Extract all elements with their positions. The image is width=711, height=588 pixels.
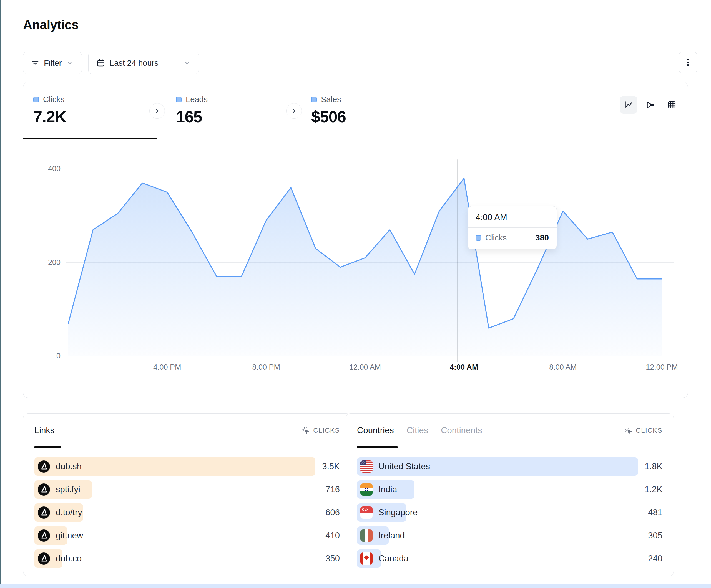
expand-clicks-button[interactable]	[149, 103, 165, 119]
flag-ie-icon	[360, 529, 372, 542]
country-row[interactable]: United States1.8K	[357, 457, 663, 476]
metric-selector[interactable]: CLICKS	[624, 426, 663, 435]
date-range-label: Last 24 hours	[110, 59, 158, 68]
kebab-icon	[684, 58, 692, 67]
analytics-page: Analytics Filter Last 24 hours	[0, 0, 711, 588]
clicks-count: 1.8K	[645, 461, 663, 472]
link-label: dub.co	[56, 553, 82, 564]
y-axis-tick: 400	[36, 164, 61, 173]
chevron-down-icon	[184, 59, 191, 67]
links-panel-header: Links CLICKS	[23, 413, 351, 447]
link-label: git.new	[56, 530, 83, 541]
tab-leads[interactable]: Leads 165	[157, 82, 294, 139]
date-range-button[interactable]: Last 24 hours	[88, 51, 199, 74]
country-row[interactable]: Ireland305	[357, 526, 663, 545]
dub-logo-icon	[38, 529, 50, 542]
stat-label: Clicks	[43, 95, 64, 104]
clicks-legend-swatch	[476, 235, 481, 241]
active-tab-underline	[357, 446, 397, 448]
line-chart-icon	[624, 100, 633, 110]
more-options-button[interactable]	[678, 51, 697, 73]
chart-view-funnel-button[interactable]	[641, 96, 659, 114]
tab-countries[interactable]: Countries	[357, 426, 394, 435]
stat-value: $506	[311, 107, 450, 126]
flag-sg-icon	[360, 506, 372, 519]
clicks-count: 240	[648, 553, 663, 564]
clicks-count: 481	[648, 507, 663, 518]
chevron-right-icon	[154, 108, 160, 114]
dub-logo-icon	[38, 460, 50, 473]
sales-legend-swatch	[311, 97, 317, 103]
link-label: dub.sh	[56, 461, 82, 472]
country-label: India	[379, 484, 397, 495]
links-list: dub.sh3.5Kspti.fyi716d.to/try606git.new4…	[23, 447, 351, 568]
clicks-count: 1.2K	[645, 484, 663, 495]
country-label: United States	[379, 461, 430, 472]
clicks-time-series-chart[interactable]: 0200400 4:00 PM8:00 PM12:00 AM4:00 AM8:0…	[23, 139, 688, 398]
country-row[interactable]: Canada240	[357, 549, 663, 568]
link-row[interactable]: git.new410	[35, 526, 340, 545]
clicks-count: 3.5K	[322, 461, 340, 472]
metric-label: CLICKS	[313, 427, 340, 434]
x-axis-tick: 8:00 PM	[252, 363, 280, 372]
stat-label: Leads	[186, 95, 208, 104]
chevron-down-icon	[66, 59, 73, 67]
clicks-count: 606	[325, 507, 340, 518]
link-row[interactable]: spti.fyi716	[35, 480, 340, 499]
area-chart-plot[interactable]	[66, 152, 673, 362]
tooltip-time: 4:00 AM	[468, 206, 557, 227]
link-row[interactable]: dub.sh3.5K	[35, 457, 340, 476]
x-axis-tick: 12:00 AM	[349, 363, 381, 372]
stat-value: 165	[176, 107, 294, 126]
clicks-legend-swatch	[33, 97, 39, 103]
funnel-icon	[645, 100, 655, 110]
tab-cities[interactable]: Cities	[407, 426, 428, 435]
link-row[interactable]: dub.co350	[35, 549, 340, 568]
cursor-click-icon	[624, 426, 632, 435]
geo-panel-header: Countries Cities Continents CLICKS	[346, 413, 673, 447]
chart-view-line-button[interactable]	[620, 96, 638, 114]
country-label: Ireland	[379, 530, 405, 541]
x-axis-tick: 12:00 PM	[646, 363, 678, 372]
metric-selector[interactable]: CLICKS	[302, 426, 340, 435]
chart-view-table-button[interactable]	[663, 96, 681, 114]
tab-continents[interactable]: Continents	[441, 426, 482, 435]
dub-logo-icon	[38, 506, 50, 519]
leads-legend-swatch	[176, 97, 181, 103]
tab-clicks[interactable]: Clicks 7.2K	[23, 82, 157, 139]
country-label: Canada	[379, 553, 409, 564]
metric-label: CLICKS	[636, 427, 663, 434]
page-title: Analytics	[23, 17, 79, 32]
dub-logo-icon	[38, 483, 50, 496]
link-row[interactable]: d.to/try606	[35, 503, 340, 522]
tooltip-series-label: Clicks	[485, 233, 507, 243]
chart-tooltip: 4:00 AM Clicks 380	[468, 206, 557, 249]
links-panel: Links CLICKS dub.sh3.5Kspti.fyi716d.to/t…	[23, 413, 351, 576]
clicks-count: 716	[325, 484, 340, 495]
x-axis-tick: 4:00 AM	[450, 363, 478, 372]
filter-icon	[31, 59, 39, 67]
y-axis-tick: 0	[36, 352, 61, 360]
filter-button[interactable]: Filter	[23, 51, 82, 74]
x-axis-tick: 4:00 PM	[153, 363, 181, 372]
clicks-count: 410	[325, 530, 340, 541]
clicks-count: 350	[325, 553, 340, 564]
analytics-card: Clicks 7.2K Leads 165 Sales $506	[23, 82, 688, 398]
country-row[interactable]: India1.2K	[357, 480, 663, 499]
country-row[interactable]: Singapore481	[357, 503, 663, 522]
active-tab-underline	[35, 446, 61, 448]
tab-links[interactable]: Links	[35, 426, 55, 435]
expand-leads-button[interactable]	[286, 103, 302, 119]
filter-button-label: Filter	[44, 59, 62, 68]
calendar-icon	[96, 59, 105, 67]
x-axis-tick: 8:00 AM	[549, 363, 577, 372]
stat-label: Sales	[321, 95, 341, 104]
tab-sales[interactable]: Sales $506	[294, 82, 450, 139]
link-label: spti.fyi	[56, 484, 80, 495]
flag-ca-icon	[360, 552, 372, 565]
dub-logo-icon	[38, 552, 50, 565]
link-label: d.to/try	[56, 507, 82, 518]
flag-us-icon	[360, 460, 372, 473]
stat-value: 7.2K	[33, 107, 157, 126]
geo-panel: Countries Cities Continents CLICKS Unite…	[346, 413, 674, 576]
